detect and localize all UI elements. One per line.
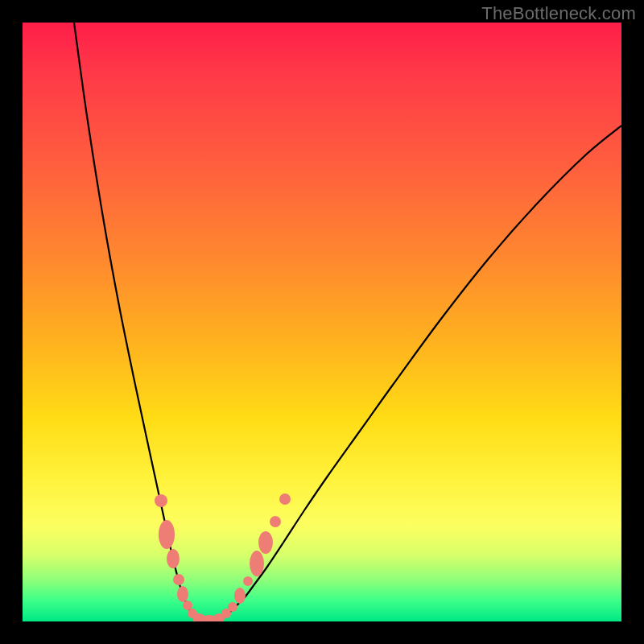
curve-left-branch	[74, 23, 196, 620]
data-marker	[183, 601, 192, 610]
watermark-label: TheBottleneck.com	[481, 3, 636, 24]
data-marker	[279, 493, 291, 505]
data-marker	[228, 602, 237, 612]
curve-right-branch	[218, 126, 621, 620]
data-marker	[167, 549, 180, 568]
data-marker	[250, 551, 264, 576]
chart-plot-area	[23, 23, 621, 621]
chart-frame: TheBottleneck.com	[0, 0, 644, 644]
data-marker	[243, 576, 253, 586]
data-marker	[177, 586, 188, 602]
data-marker	[258, 531, 273, 554]
data-marker	[159, 520, 175, 549]
data-marker	[270, 516, 281, 527]
chart-overlay-svg	[23, 23, 621, 621]
marker-group	[155, 493, 291, 621]
data-marker	[234, 588, 246, 604]
data-marker	[155, 494, 167, 507]
data-marker	[173, 574, 184, 585]
